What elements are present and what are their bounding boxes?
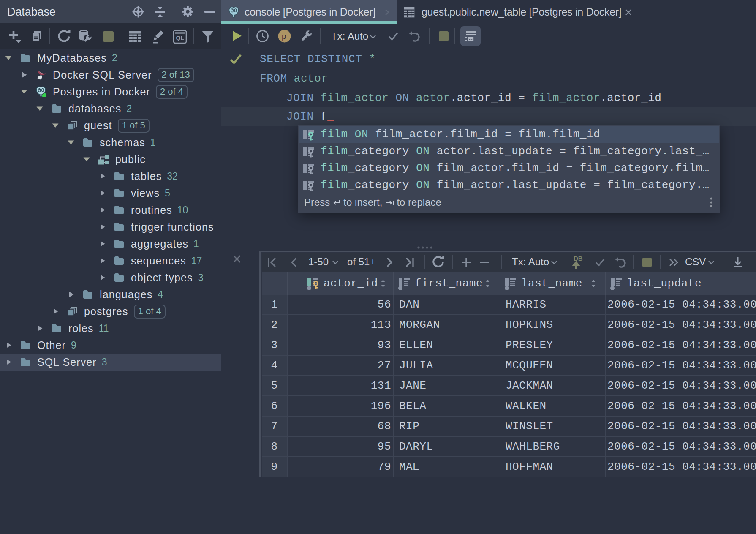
svg-text:QL: QL bbox=[176, 35, 185, 41]
svg-text:p: p bbox=[282, 32, 286, 41]
svg-text:DB: DB bbox=[574, 255, 583, 262]
